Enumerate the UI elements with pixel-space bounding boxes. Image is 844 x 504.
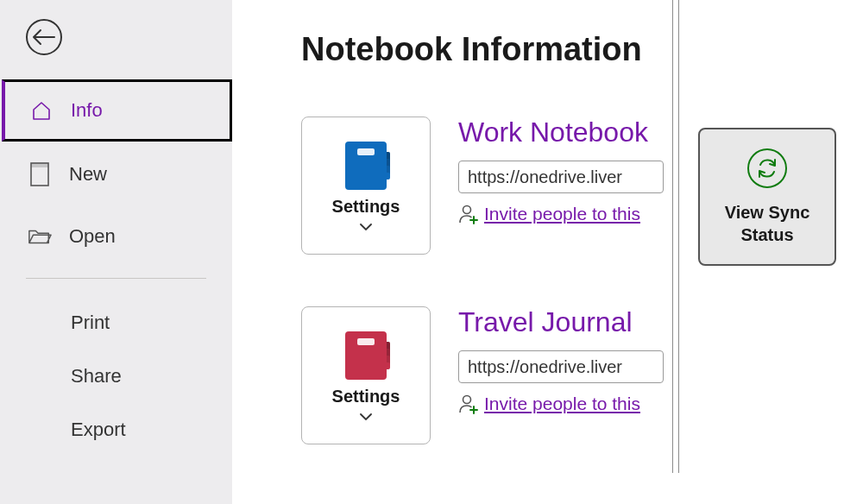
sidebar-subitem-share[interactable]: Share <box>0 350 232 403</box>
main-content: Notebook Information Settings Work Noteb… <box>232 0 844 504</box>
notebook-entry: Settings Travel Journal Invite people to… <box>301 306 664 444</box>
sidebar-divider <box>26 278 206 279</box>
notebook-list: Settings Work Notebook Invite people to … <box>301 117 664 496</box>
chevron-down-icon <box>360 413 372 420</box>
sidebar: Info New Open Print Share Export <box>0 0 232 504</box>
sync-button-label: View Sync Status <box>700 201 835 246</box>
settings-label: Settings <box>332 387 400 406</box>
notebook-url-field[interactable] <box>458 350 664 383</box>
notebook-settings-button[interactable]: Settings <box>301 117 431 255</box>
svg-point-3 <box>463 396 471 404</box>
back-button[interactable] <box>26 19 62 55</box>
invite-person-icon <box>458 204 479 224</box>
notebook-name: Travel Journal <box>458 306 664 338</box>
notebook-icon <box>345 331 387 380</box>
invite-link[interactable]: Invite people to this <box>484 204 640 224</box>
invite-person-icon <box>458 394 479 414</box>
sidebar-item-label: New <box>69 163 107 186</box>
page-title: Notebook Information <box>301 31 844 68</box>
notebook-name: Work Notebook <box>458 117 664 148</box>
home-icon <box>29 98 54 123</box>
notebook-entry: Settings Work Notebook Invite people to … <box>301 117 664 255</box>
settings-label: Settings <box>332 197 400 217</box>
sidebar-subitem-export[interactable]: Export <box>0 403 232 457</box>
sidebar-item-new[interactable]: New <box>0 143 232 205</box>
arrow-left-icon <box>32 28 56 46</box>
vertical-separator <box>672 0 679 473</box>
invite-link[interactable]: Invite people to this <box>484 394 640 414</box>
notebook-url-field[interactable] <box>458 161 664 193</box>
chevron-down-icon <box>360 224 372 230</box>
page-icon <box>28 162 52 186</box>
svg-rect-1 <box>31 163 48 167</box>
sidebar-item-open[interactable]: Open <box>0 205 232 268</box>
notebook-icon <box>345 142 387 190</box>
notebook-settings-button[interactable]: Settings <box>301 306 431 444</box>
svg-point-4 <box>748 149 786 187</box>
sidebar-subitem-print[interactable]: Print <box>0 296 232 350</box>
sidebar-item-info[interactable]: Info <box>2 79 232 142</box>
sidebar-item-label: Open <box>69 225 116 248</box>
view-sync-status-button[interactable]: View Sync Status <box>698 128 836 266</box>
sync-icon <box>746 148 788 189</box>
folder-open-icon <box>28 224 52 249</box>
sidebar-item-label: Info <box>71 99 103 122</box>
svg-point-2 <box>463 206 471 214</box>
